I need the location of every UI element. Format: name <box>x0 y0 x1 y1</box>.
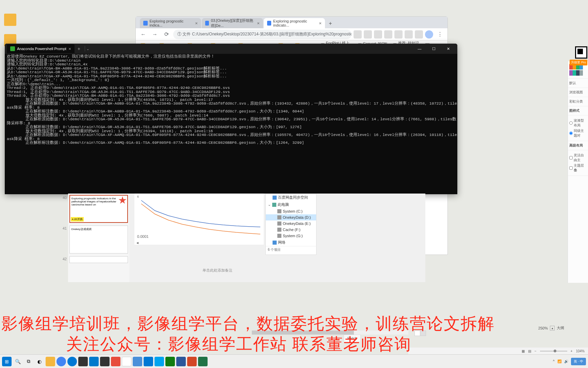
scrollbar-thumb[interactable] <box>252 331 354 335</box>
extension-icon[interactable] <box>384 30 392 39</box>
slide-thumbnail[interactable]: Exploring prognostic indicators in the p… <box>69 195 128 223</box>
search-icon[interactable]: 🔍 <box>13 357 22 366</box>
excel-icon[interactable] <box>198 357 208 366</box>
panel-item: 灵活自由主 主题层叠 <box>568 150 588 176</box>
panel-item[interactable]: 浚漆型布局 同级主题对 <box>568 116 588 141</box>
tab-label: Exploring prognostic indica... <box>150 19 193 27</box>
chrome-tab[interactable]: 03.[Onekey][深度][肝细胞癌]De... ✕ <box>202 18 263 28</box>
chart-line-orange <box>141 204 260 234</box>
chrome-menu-icon[interactable]: ⋮ <box>435 30 445 39</box>
terminal-window: Anaconda Powershell Prompt ✕ + ⌄ — ☐ ✕ 欢… <box>5 44 457 194</box>
zoom-up-icon[interactable]: ▴ <box>550 326 555 331</box>
close-button[interactable]: ✕ <box>441 44 455 54</box>
view-grid-icon[interactable] <box>420 331 426 336</box>
terminal-dropdown-icon[interactable]: ⌄ <box>86 47 89 51</box>
network-icon <box>273 241 277 245</box>
tray-network-icon[interactable]: 📶 <box>557 359 561 363</box>
word-icon[interactable] <box>176 357 186 366</box>
chrome-tab[interactable]: Exploring prognostic indica... ✕ <box>140 18 201 28</box>
tree-item[interactable]: ⌄此电脑 <box>266 201 316 208</box>
address-bar[interactable]: ① 文件 C:/Users/Onekey/Desktop/20230714-第2… <box>173 30 352 39</box>
tree-item[interactable]: 网络 <box>266 239 316 246</box>
view-toggle <box>414 331 426 336</box>
chrome-icon[interactable] <box>56 357 66 366</box>
panel-item[interactable]: 浏览视图 <box>568 88 588 97</box>
status-view-icon[interactable]: ▦ <box>522 349 525 353</box>
panel-item[interactable]: 默认 <box>568 79 588 88</box>
edge-icon[interactable] <box>67 357 77 366</box>
extension-icon[interactable] <box>394 30 403 39</box>
tree-item[interactable]: OnekeyData (E:) <box>266 220 316 227</box>
drive-icon <box>277 221 281 226</box>
horizontal-scrollbar[interactable] <box>252 331 408 335</box>
status-view-icon[interactable]: ▤ <box>528 349 531 353</box>
zoom-slider[interactable] <box>540 351 567 352</box>
tree-item[interactable]: System (G:) <box>266 233 316 239</box>
slide-thumbnail[interactable]: Onekey达成成就 <box>69 226 128 254</box>
tab-close-icon[interactable]: ✕ <box>257 21 260 25</box>
layout-radio[interactable] <box>569 121 573 125</box>
translate-icon[interactable] <box>354 30 362 39</box>
app-icon[interactable] <box>154 357 164 366</box>
app-icon[interactable] <box>111 357 120 366</box>
task-view-icon[interactable]: ⧉ <box>24 357 33 366</box>
status-bar: ▦ ▤ − + 104% <box>408 348 588 354</box>
back-button[interactable]: ← <box>138 30 148 39</box>
app-icon[interactable] <box>122 357 131 366</box>
window-controls: — ☐ ✕ <box>412 44 455 54</box>
vscode-icon[interactable] <box>89 357 99 366</box>
app-icon[interactable] <box>144 357 153 366</box>
zoom-stepper[interactable]: ▴ <box>550 326 555 331</box>
status-zoom-in[interactable]: + <box>571 349 573 353</box>
app-icon[interactable] <box>100 357 110 366</box>
new-tab-button[interactable]: + <box>326 19 335 28</box>
terminal-new-tab[interactable]: + <box>75 46 83 51</box>
tab-favicon-icon <box>205 21 209 26</box>
terminal-icon[interactable] <box>78 357 88 366</box>
tree-item[interactable]: OnekeyData (D:) <box>266 214 316 220</box>
widgets-icon[interactable]: ◐ <box>35 357 44 366</box>
forward-button[interactable]: → <box>150 30 160 39</box>
upgrade-badge[interactable]: 升级至 Pro <box>570 60 587 65</box>
tree-item[interactable]: 百度网盘同步空间 <box>266 194 316 201</box>
slide-thumbnail[interactable] <box>69 256 128 263</box>
status-zoom-out[interactable]: − <box>535 349 537 353</box>
terminal-tab[interactable]: Anaconda Powershell Prompt ✕ <box>7 44 75 53</box>
powerpoint-area: 40 Exploring prognostic indicators in th… <box>68 194 425 282</box>
zoom-mode[interactable]: 大纲 <box>557 325 564 331</box>
panel-item[interactable]: 彩虹分类 <box>568 97 588 106</box>
chrome-tab[interactable]: Exploring prognostic indicato... ✕ <box>264 18 325 28</box>
notes-placeholder[interactable]: 单击此处添加备注 <box>202 268 232 273</box>
tree-item[interactable]: System (C:) <box>266 208 316 214</box>
terminal-output[interactable]: 欢迎使用Onekey EZ converter。我们将尝试转化目录下的所有可能视… <box>5 54 457 145</box>
tree-item[interactable]: Cache (F:) <box>266 227 316 233</box>
app-icon[interactable] <box>133 357 142 366</box>
explorer-icon[interactable] <box>46 357 55 366</box>
tray-volume-icon[interactable]: 🔊 <box>564 359 568 363</box>
extension-icon[interactable] <box>405 30 413 39</box>
tab-close-icon[interactable]: ✕ <box>319 21 322 25</box>
adv-checkbox[interactable] <box>569 166 573 170</box>
start-button[interactable]: ⊞ <box>2 357 12 366</box>
tab-close-icon[interactable]: ✕ <box>195 21 198 25</box>
chevron-down-icon[interactable]: ⌄ <box>268 202 271 207</box>
extension-icon[interactable] <box>374 30 382 39</box>
tray-chevron-icon[interactable]: ^ <box>553 359 555 363</box>
app-icon[interactable] <box>165 357 175 366</box>
adv-checkbox[interactable] <box>569 156 573 159</box>
layout-radio[interactable] <box>569 132 573 135</box>
powerpoint-icon[interactable] <box>187 357 197 366</box>
maximize-button[interactable]: ☐ <box>427 44 441 54</box>
tree-footer: 6 个项目 <box>266 246 316 253</box>
desktop-folder-icon[interactable] <box>3 14 17 27</box>
terminal-titlebar[interactable]: Anaconda Powershell Prompt ✕ + ⌄ — ☐ ✕ <box>5 44 457 54</box>
tab-close-icon[interactable]: ✕ <box>68 47 71 51</box>
status-zoom-value: 104% <box>576 349 585 353</box>
language-indicator[interactable]: 英 · 中 <box>571 358 586 365</box>
profile-avatar[interactable] <box>425 30 433 39</box>
minimize-button[interactable]: — <box>412 44 427 54</box>
bookmark-star-icon[interactable] <box>364 30 372 39</box>
extensions-puzzle-icon[interactable] <box>415 30 423 39</box>
view-list-icon[interactable] <box>415 331 420 336</box>
reload-button[interactable]: ⟳ <box>162 30 171 39</box>
